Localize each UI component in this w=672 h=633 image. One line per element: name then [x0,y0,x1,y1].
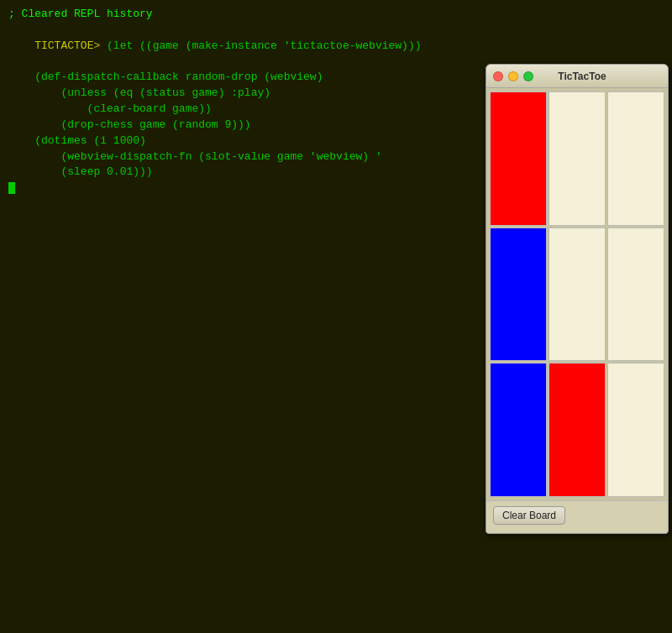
prompt-symbol: > [93,39,107,52]
cleared-line: ; Cleared REPL history [8,7,664,23]
tictactoe-window: TicTacToe Clear Board [486,64,669,534]
window-titlebar: TicTacToe [486,65,668,88]
cursor [8,182,15,194]
window-title: TicTacToe [503,71,661,82]
board-cell-0-0[interactable] [490,92,547,226]
repl-prompt-line: TICTACTOE> (let ((game (make-instance 't… [8,23,664,71]
board-cell-2-0[interactable] [490,363,547,497]
board-cell-2-1[interactable] [549,363,606,497]
code-line-0: (let ((game (make-instance 'tictactoe-we… [107,39,421,52]
prompt-name: TICTACTOE [34,39,93,52]
board-cell-1-2[interactable] [607,228,664,362]
game-board [486,88,668,500]
board-cell-0-2[interactable] [607,92,664,226]
board-cell-1-0[interactable] [490,228,547,362]
board-cell-2-2[interactable] [607,363,664,497]
board-cell-0-1[interactable] [549,92,606,226]
board-cell-1-1[interactable] [549,228,606,362]
window-footer: Clear Board [486,500,668,533]
clear-board-button[interactable]: Clear Board [493,506,565,525]
close-button[interactable] [493,71,503,81]
